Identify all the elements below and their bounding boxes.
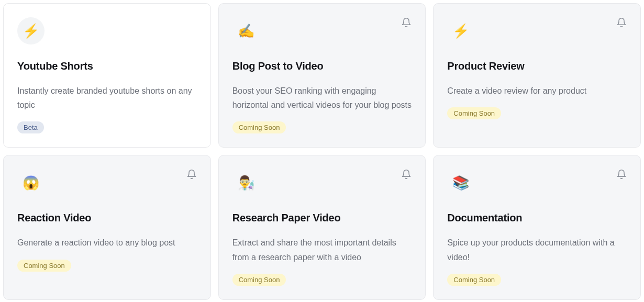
card-description: Instantly create branded youtube shorts …: [17, 84, 197, 112]
card-description: Extract and share the most important det…: [232, 236, 412, 264]
feature-card: ✍️Blog Post to VideoBoost your SEO ranki…: [218, 3, 426, 148]
feature-card: 📚DocumentationSpice up your products doc…: [433, 155, 641, 299]
notify-bell-icon[interactable]: [401, 169, 412, 180]
badge-beta: Beta: [17, 121, 44, 133]
badge-coming-soon: Coming Soon: [232, 121, 286, 133]
card-title: Blog Post to Video: [232, 60, 412, 72]
card-title: Youtube Shorts: [17, 60, 197, 72]
feature-card: 😱Reaction VideoGenerate a reaction video…: [3, 155, 211, 299]
feature-icon: 📚: [447, 169, 474, 196]
feature-icon: ✍️: [232, 17, 260, 44]
card-description: Generate a reaction video to any blog po…: [17, 236, 197, 250]
badge-coming-soon: Coming Soon: [17, 260, 71, 272]
feature-icon: ⚡: [447, 17, 474, 44]
card-title: Reaction Video: [17, 212, 197, 224]
notify-bell-icon[interactable]: [616, 169, 627, 180]
feature-icon: 😱: [17, 169, 45, 196]
card-description: Boost your SEO ranking with engaging hor…: [232, 84, 412, 112]
feature-card[interactable]: ⚡Youtube ShortsInstantly create branded …: [3, 3, 211, 148]
notify-bell-icon[interactable]: [186, 169, 197, 180]
card-title: Research Paper Video: [232, 212, 412, 224]
feature-card: ⚡Product ReviewCreate a video review for…: [433, 3, 641, 148]
notify-bell-icon[interactable]: [401, 17, 412, 28]
card-description: Spice up your products documentation wit…: [447, 236, 627, 264]
feature-icon: 👨‍🔬: [232, 169, 260, 196]
notify-bell-icon[interactable]: [616, 17, 627, 28]
card-grid: ⚡Youtube ShortsInstantly create branded …: [3, 3, 641, 300]
card-title: Product Review: [447, 60, 627, 72]
feature-card: 👨‍🔬Research Paper VideoExtract and share…: [218, 155, 426, 299]
badge-coming-soon: Coming Soon: [447, 107, 501, 119]
badge-coming-soon: Coming Soon: [447, 274, 501, 286]
card-title: Documentation: [447, 212, 627, 224]
feature-icon: ⚡: [17, 17, 45, 44]
badge-coming-soon: Coming Soon: [232, 274, 286, 286]
card-description: Create a video review for any product: [447, 84, 627, 98]
